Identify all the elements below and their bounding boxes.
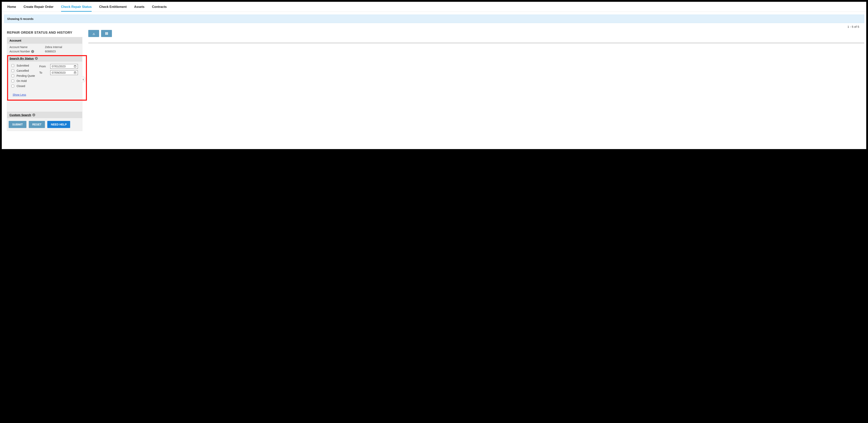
filter-panel: Account Account Name Zebra Internal Acco… xyxy=(7,37,82,131)
custom-search-header[interactable]: Custom Search i xyxy=(7,112,82,118)
checkbox-pending-quote[interactable]: Pending Quote xyxy=(11,74,35,77)
need-help-button[interactable]: NEED HELP xyxy=(47,121,70,128)
checkbox-cancelled[interactable]: Cancelled xyxy=(11,69,35,72)
checkbox-pending-quote-label: Pending Quote xyxy=(17,74,35,77)
pagination-info: 1 - 5 of 5 xyxy=(2,23,866,30)
checkbox-on-hold-input[interactable] xyxy=(11,79,14,82)
account-name-label: Account Name xyxy=(9,45,45,48)
show-less-link[interactable]: Show Less xyxy=(12,93,26,96)
checkbox-cancelled-input[interactable] xyxy=(11,69,14,72)
reset-button[interactable]: RESET xyxy=(29,121,45,128)
checkbox-closed[interactable]: Closed xyxy=(11,85,35,88)
from-date-input[interactable]: 07/01/2023 xyxy=(50,64,78,69)
checkbox-submitted-input[interactable] xyxy=(11,64,14,67)
checkbox-closed-label: Closed xyxy=(17,85,25,88)
nav-check-repair-status[interactable]: Check Repair Status xyxy=(61,3,92,11)
checkbox-on-hold-label: On Hold xyxy=(17,79,27,83)
collapse-panel-button[interactable]: ‹ xyxy=(81,76,86,82)
calendar-icon xyxy=(74,71,76,74)
checkbox-pending-quote-input[interactable] xyxy=(11,74,14,77)
nav-contracts[interactable]: Contracts xyxy=(152,3,167,11)
info-icon[interactable]: i xyxy=(32,113,35,117)
account-name-value: Zebra Internal xyxy=(45,45,62,48)
info-icon[interactable]: i xyxy=(31,50,34,53)
checkbox-submitted[interactable]: Submitted xyxy=(11,64,35,67)
download-button[interactable] xyxy=(88,30,99,37)
divider xyxy=(88,42,864,44)
search-by-status-header[interactable]: Search By Status i xyxy=(7,55,82,62)
to-label: To xyxy=(39,71,48,74)
chevron-left-icon: ‹ xyxy=(83,78,84,81)
page-title: REPAIR ORDER STATUS AND HISTORY xyxy=(4,30,84,37)
main-nav: Home Create Repair Order Check Repair St… xyxy=(2,3,866,12)
checkbox-on-hold[interactable]: On Hold xyxy=(11,79,35,83)
columns-button[interactable] xyxy=(101,30,112,37)
to-date-input[interactable]: 07/09/2023 xyxy=(50,70,78,75)
nav-home[interactable]: Home xyxy=(7,3,16,11)
download-icon xyxy=(92,32,96,35)
nav-check-entitlement[interactable]: Check Entitlement xyxy=(99,3,127,11)
records-count-bar: Showing 5 records xyxy=(4,14,864,23)
columns-icon xyxy=(105,32,108,35)
account-number-value: 6088923 xyxy=(45,50,56,53)
account-header: Account xyxy=(7,37,82,44)
checkbox-cancelled-label: Cancelled xyxy=(17,69,29,72)
checkbox-submitted-label: Submitted xyxy=(17,64,29,67)
nav-assets[interactable]: Assets xyxy=(134,3,145,11)
nav-create-repair-order[interactable]: Create Repair Order xyxy=(24,3,53,11)
calendar-icon xyxy=(74,65,76,68)
submit-button[interactable]: SUBMIT xyxy=(9,121,26,128)
info-icon[interactable]: i xyxy=(35,57,38,60)
app-window: Home Create Repair Order Check Repair St… xyxy=(2,2,866,149)
account-number-label: Account Number i xyxy=(9,50,45,53)
from-label: From xyxy=(39,65,48,68)
checkbox-closed-input[interactable] xyxy=(11,85,14,88)
